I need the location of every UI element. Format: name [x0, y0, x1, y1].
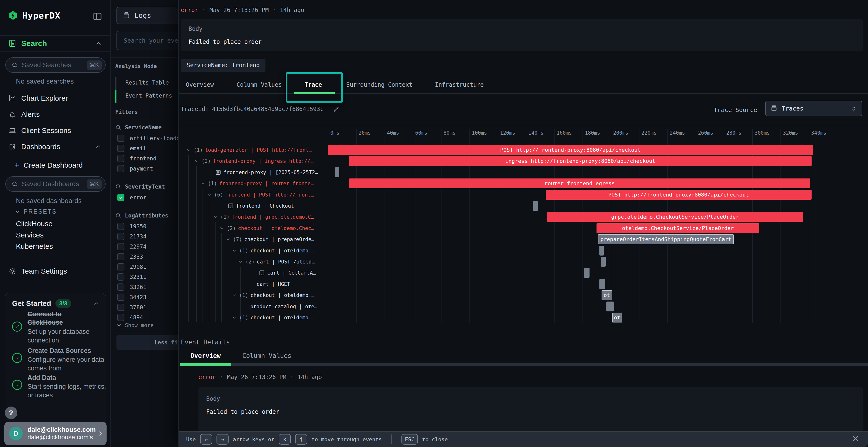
trace-span-bar[interactable]: grpc.oteldemo.CheckoutService/PlaceOrder	[547, 212, 803, 222]
chevron-down-icon[interactable]	[232, 248, 237, 253]
timeline-tick: 60ms	[415, 130, 428, 136]
trace-tree-row[interactable]: (1)checkout | oteldemo.…	[232, 290, 314, 301]
checkbox[interactable]	[117, 194, 124, 201]
trace-span-bar[interactable]	[607, 302, 613, 311]
close-icon[interactable]: ✕	[851, 434, 859, 444]
span-name: load-generator | POST http://front…	[205, 147, 312, 153]
trace-tree-row[interactable]: frontend-proxy | [2025-05-25T2…	[215, 167, 318, 178]
tab-overview[interactable]: Overview	[186, 81, 214, 88]
chevron-down-icon[interactable]	[225, 237, 231, 242]
trace-span-bar[interactable]: ot	[601, 290, 612, 300]
checkbox[interactable]	[117, 233, 124, 240]
chevron-up-icon[interactable]	[93, 300, 100, 307]
trace-tree-row[interactable]: (2)checkout | oteldemo.Chec…	[219, 223, 314, 234]
trace-span-bar[interactable]	[599, 279, 605, 289]
sidebar-item-services[interactable]: Services	[16, 231, 44, 239]
checkbox[interactable]	[117, 283, 124, 291]
no-saved-dashboards-text: No saved dashboards	[16, 197, 82, 205]
trace-tree-row[interactable]: product-catalog | ote…	[250, 301, 317, 312]
sidebar-item-dashboards[interactable]: Dashboards	[0, 140, 111, 153]
checkbox[interactable]	[117, 314, 124, 321]
trace-span-bar[interactable]	[599, 246, 604, 255]
checkbox[interactable]	[117, 243, 124, 250]
trace-span-bar[interactable]: POST http://frontend-proxy:8080/api/chec…	[546, 190, 812, 200]
chevron-down-icon[interactable]	[186, 147, 191, 153]
trace-tree-row[interactable]: cart | GetCartA…	[259, 267, 316, 278]
trace-span-bar[interactable]	[584, 268, 590, 278]
chevron-down-icon[interactable]	[213, 214, 218, 220]
trace-span-bar[interactable]: ingress http://frontend-proxy:8080/api/c…	[349, 156, 812, 166]
chevron-down-icon[interactable]	[238, 259, 243, 265]
trace-span-bar[interactable]: POST http://frontend-proxy:8080/api/chec…	[328, 145, 813, 155]
checkbox[interactable]	[117, 273, 124, 281]
sidebar-item-search[interactable]: Search	[0, 36, 111, 50]
dashboards-icon	[9, 143, 16, 150]
checkbox[interactable]	[117, 145, 124, 152]
step-title[interactable]: Add Data	[28, 374, 97, 382]
create-dashboard-button[interactable]: + Create Dashboard	[14, 161, 83, 170]
sidebar-item-client-sessions[interactable]: Client Sessions	[0, 124, 111, 137]
user-menu[interactable]: D dale@clickhouse.com dale@clickhouse.co…	[4, 422, 106, 445]
trace-span-bar[interactable]: prepareOrderItemsAndShippingQuoteFromCar…	[598, 234, 734, 244]
trace-span-bar[interactable]	[335, 167, 339, 177]
checkbox[interactable]	[117, 135, 124, 142]
trace-span-bar[interactable]	[601, 257, 606, 267]
sidebar-item-clickhouse[interactable]: ClickHouse	[16, 220, 53, 228]
service-name-chip[interactable]: ServiceName: frontend	[181, 59, 266, 72]
mode-results-table[interactable]: Results Table	[125, 79, 169, 86]
collapse-sidebar-icon[interactable]	[93, 11, 102, 21]
trace-tree-row[interactable]: (1)load-generator | POST http://front…	[186, 144, 311, 156]
step-title[interactable]: Create Data Sources	[28, 347, 97, 355]
trace-tree-row[interactable]: (1)frontend-proxy | router fronte…	[200, 178, 314, 189]
presets-toggle[interactable]: PRESETS	[14, 208, 57, 215]
trace-tree-row[interactable]: (1)checkout | oteldemo.…	[232, 312, 314, 323]
tab-infrastructure[interactable]: Infrastructure	[435, 81, 484, 88]
trace-tree-row[interactable]: (6)frontend | POST http://front…	[207, 189, 314, 200]
checkbox[interactable]	[117, 294, 124, 301]
trace-source-select[interactable]: Traces	[765, 101, 862, 116]
trace-tree-row[interactable]: (7)checkout | prepareOrde…	[225, 234, 314, 245]
sidebar-item-chart-explorer[interactable]: Chart Explorer	[0, 92, 111, 105]
sidebar-item-kubernetes[interactable]: Kubernetes	[16, 242, 53, 250]
chevron-up-icon[interactable]	[95, 143, 102, 150]
checkbox[interactable]	[117, 223, 124, 230]
checkbox[interactable]	[117, 304, 124, 311]
checkbox[interactable]	[117, 165, 124, 172]
trace-source-label: Trace Source	[714, 106, 757, 113]
chevron-down-icon[interactable]	[200, 181, 206, 186]
trace-span-bar[interactable]	[533, 201, 538, 211]
tab-ed-overview[interactable]: Overview	[190, 352, 221, 359]
step-title[interactable]: Connect to ClickHouse	[28, 310, 97, 327]
sidebar-item-team-settings[interactable]: Team Settings	[0, 265, 111, 277]
trace-span-bar[interactable]: router frontend egress	[349, 178, 810, 188]
show-more-button[interactable]: Show more	[116, 322, 154, 328]
saved-searches-input[interactable]: Saved Searches ⌘K	[5, 57, 105, 73]
tree-indent-guide	[188, 155, 189, 322]
checkbox[interactable]	[117, 155, 124, 162]
trace-tree-row[interactable]: (1)frontend | grpc.oteldemo.C…	[213, 211, 314, 222]
mode-event-patterns[interactable]: Event Patterns	[125, 93, 172, 99]
checkbox[interactable]	[117, 263, 124, 271]
trace-tree-row[interactable]: cart | HGET	[256, 279, 290, 290]
trace-tree-row[interactable]: (2)frontend-proxy | ingress http://…	[194, 156, 313, 167]
edit-icon[interactable]	[333, 105, 340, 113]
trace-span-bar[interactable]: oteldemo.CheckoutService/PlaceOrder	[596, 223, 759, 233]
chevron-down-icon[interactable]	[232, 315, 237, 320]
trace-tree-row[interactable]: (2)cart | POST /oteld…	[238, 256, 315, 267]
saved-dashboards-input[interactable]: Saved Dashboards ⌘K	[5, 176, 105, 192]
chevron-down-icon[interactable]	[194, 159, 199, 164]
sidebar-item-alerts[interactable]: Alerts	[0, 108, 111, 121]
tab-ed-column-values[interactable]: Column Values	[242, 352, 291, 359]
help-button[interactable]: ?	[5, 407, 18, 419]
chevron-down-icon[interactable]	[232, 293, 237, 298]
trace-tree-row[interactable]: frontend | Checkout	[227, 200, 294, 211]
chevron-up-icon[interactable]	[95, 40, 102, 47]
chevron-down-icon[interactable]	[219, 226, 224, 231]
checkbox[interactable]	[117, 253, 124, 260]
logo[interactable]: HyperDX	[8, 10, 61, 21]
trace-tree-row[interactable]: (1)checkout | oteldemo.…	[232, 245, 314, 256]
trace-span-bar[interactable]: ot	[612, 313, 622, 322]
tab-column-values[interactable]: Column Values	[237, 81, 282, 88]
tab-surrounding-context[interactable]: Surrounding Context	[346, 81, 412, 88]
chevron-down-icon[interactable]	[207, 192, 212, 198]
